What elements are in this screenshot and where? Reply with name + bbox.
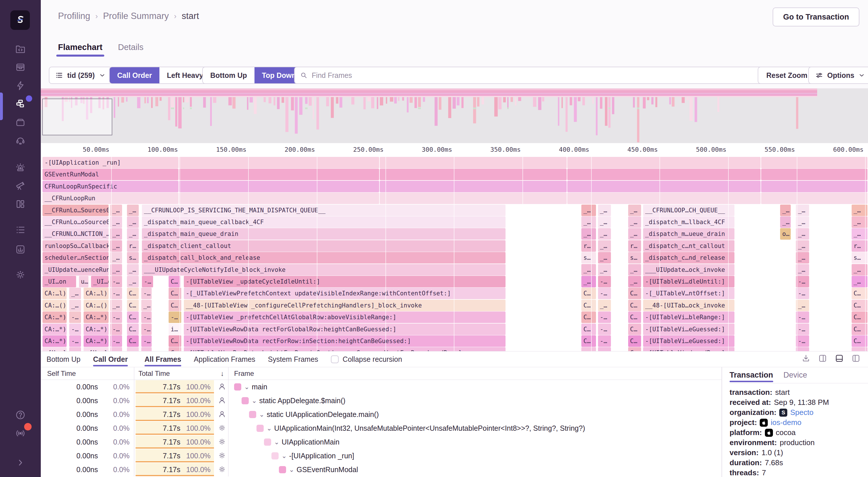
- flame-frame[interactable]: C…: [127, 288, 139, 299]
- flame-frame[interactable]: -…: [796, 288, 809, 299]
- flame-frame[interactable]: _…: [796, 240, 809, 252]
- flame-frame[interactable]: _…: [796, 205, 809, 216]
- flame-frame[interactable]: -…: [69, 311, 81, 323]
- flame-frame[interactable]: -…: [598, 288, 611, 299]
- flame-frame[interactable]: _…: [581, 216, 596, 228]
- sidebar-item-stats[interactable]: [0, 240, 41, 259]
- flame-frame[interactable]: _dispatch_m…ueue_drain: [643, 228, 735, 240]
- flame-frame[interactable]: u…: [79, 276, 89, 287]
- layout-split-bottom-icon[interactable]: [835, 354, 844, 363]
- flame-frame[interactable]: _…: [598, 216, 611, 228]
- collapse-recursion-toggle[interactable]: Collapse recursion: [331, 355, 402, 363]
- flame-frame[interactable]: _…: [69, 288, 81, 299]
- flame-frame[interactable]: -…: [141, 288, 152, 299]
- flame-frame[interactable]: -: [851, 347, 867, 351]
- flame-frame[interactable]: -[UIApplication _run]: [42, 157, 178, 169]
- flame-frame[interactable]: -…: [110, 335, 122, 347]
- flame-frame[interactable]: C…: [851, 335, 867, 347]
- flame-frame[interactable]: ___UIUpdate…ock_invoke: [643, 264, 735, 275]
- flame-frame[interactable]: C…: [851, 288, 867, 299]
- flame-frame[interactable]: _…: [851, 205, 867, 216]
- flame-frame[interactable]: _…: [127, 264, 139, 275]
- flame-frame[interactable]: -…: [598, 335, 611, 347]
- flame-frame[interactable]: _…: [127, 205, 139, 216]
- flame-frame[interactable]: r…: [581, 240, 596, 252]
- flame-frame[interactable]: __CFRUNLO…NCTION_…: [42, 228, 108, 240]
- flame-frame[interactable]: -[UITableViewRowData rectForRow:inSectio…: [184, 335, 505, 347]
- flame-frame[interactable]: C…: [168, 347, 181, 351]
- flame-frame[interactable]: C…: [851, 300, 867, 311]
- flame-frame[interactable]: __CFRunLo…Sources0: [42, 205, 108, 216]
- expand-chevron-icon[interactable]: ⌄: [289, 466, 294, 473]
- table-row[interactable]: 0.00ns0.0%7.17s100.0%⌄UIApplicationMain: [41, 435, 721, 449]
- table-row[interactable]: 0.00ns0.0%7.17s100.0%⌄-[UIApplication _r…: [41, 449, 721, 463]
- flame-frame[interactable]: _UI…on: [42, 276, 76, 287]
- flame-frame[interactable]: C…: [628, 288, 641, 299]
- flame-frame[interactable]: -…: [110, 311, 122, 323]
- flame-frame[interactable]: _…: [69, 300, 81, 311]
- flame-frame[interactable]: _…: [598, 240, 611, 252]
- table-row[interactable]: 0.00ns0.0%7.17s100.0%⌄UIApplicationMain(…: [41, 421, 721, 435]
- flamechart-minimap[interactable]: [41, 89, 868, 143]
- flame-frame[interactable]: C…: [127, 311, 139, 323]
- flame-frame[interactable]: _…: [598, 205, 611, 216]
- sidebar-item-projects[interactable]: [0, 40, 41, 59]
- flame-frame[interactable]: [567, 181, 761, 192]
- flame-frame[interactable]: _…: [851, 264, 867, 275]
- flame-frame[interactable]: _dispatch_c…nt_callout: [643, 240, 735, 252]
- flame-frame[interactable]: _…: [628, 205, 641, 216]
- flame-frame[interactable]: -…: [110, 324, 122, 335]
- expand-chevron-icon[interactable]: ⌄: [252, 397, 257, 404]
- flame-frame[interactable]: _…: [796, 264, 809, 275]
- search-input[interactable]: [312, 71, 787, 80]
- flame-frame[interactable]: [567, 157, 761, 169]
- download-icon[interactable]: [801, 354, 811, 363]
- flame-frame[interactable]: -[U…:]: [42, 347, 67, 351]
- expand-chevron-icon[interactable]: ⌄: [267, 425, 272, 432]
- filter-tab-system-frames[interactable]: System Frames: [268, 351, 318, 367]
- flame-frame[interactable]: _…: [581, 264, 596, 275]
- flame-frame[interactable]: C…: [851, 311, 867, 323]
- flame-frame[interactable]: -: [796, 347, 809, 351]
- flame-frame[interactable]: -…: [796, 324, 809, 335]
- flame-frame[interactable]: [761, 169, 867, 180]
- flame-frame[interactable]: [179, 181, 379, 192]
- flame-frame[interactable]: _…: [110, 240, 122, 252]
- expand-chevron-icon[interactable]: ⌄: [281, 452, 287, 459]
- flame-frame[interactable]: CA:…*): [84, 311, 108, 323]
- flame-frame[interactable]: s…: [581, 252, 596, 264]
- flame-frame[interactable]: _…: [110, 216, 122, 228]
- frame-cell[interactable]: ⌄-[UIApplication _run]: [229, 449, 721, 463]
- flame-frame[interactable]: -…: [141, 347, 152, 351]
- flame-frame[interactable]: -…: [110, 347, 122, 351]
- flame-frame[interactable]: __CFRUNLOOP…CH_QUEUE__: [643, 205, 735, 216]
- flame-frame[interactable]: -…: [141, 311, 152, 323]
- flame-frame[interactable]: -[UITableView _updateCycleIdleUntil:]: [184, 276, 505, 287]
- flame-frame[interactable]: _dispatch_m…llback_4CF: [643, 216, 735, 228]
- flame-frame[interactable]: C…: [851, 324, 867, 335]
- reset-zoom-button[interactable]: Reset Zoom: [758, 67, 816, 84]
- flame-frame[interactable]: _dispatch_main_queue_drain: [142, 228, 505, 240]
- flame-frame[interactable]: C…: [127, 335, 139, 347]
- flame-frame[interactable]: C…: [127, 300, 139, 311]
- flame-frame[interactable]: _…: [851, 216, 867, 228]
- flame-frame[interactable]: C…: [168, 288, 181, 299]
- flame-frame[interactable]: [380, 157, 566, 169]
- expand-chevron-icon[interactable]: ⌄: [244, 383, 249, 390]
- flame-frame[interactable]: C…: [581, 311, 596, 323]
- flame-frame[interactable]: _…: [141, 300, 152, 311]
- flame-frame[interactable]: -…: [141, 335, 152, 347]
- call-order-option[interactable]: Call Order: [110, 67, 159, 83]
- flame-frame[interactable]: __CFRunLoopRun: [42, 192, 178, 204]
- flame-frame[interactable]: _…: [110, 300, 122, 311]
- frame-cell[interactable]: ⌄static UIApplicationDelegate.main(): [229, 408, 721, 421]
- flame-frame[interactable]: _…: [628, 228, 641, 240]
- sidebar-item-performance[interactable]: [0, 77, 41, 95]
- sidebar-item-discover[interactable]: [0, 176, 41, 195]
- frame-cell[interactable]: ⌄GSEventRunModal: [229, 463, 721, 476]
- flame-frame[interactable]: C…: [628, 347, 641, 351]
- flame-frame[interactable]: runloopSo…Callback: [42, 240, 108, 252]
- flame-frame[interactable]: C…: [581, 324, 596, 335]
- specto-logo[interactable]: [10, 10, 30, 30]
- flame-frame[interactable]: _dispatch_call_block_and_release: [142, 252, 505, 264]
